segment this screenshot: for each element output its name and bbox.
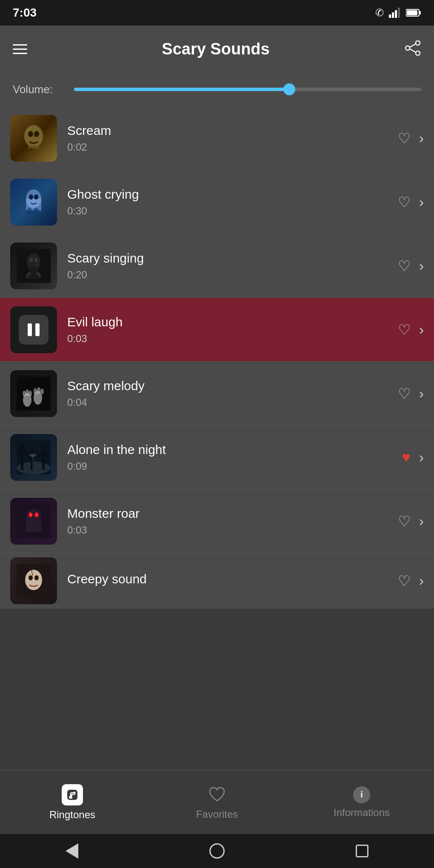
android-navigation [0, 834, 434, 868]
share-button[interactable] [404, 40, 421, 58]
volume-thumb [283, 83, 295, 95]
sound-duration-scream: 0:02 [67, 141, 388, 153]
sound-actions-evil: ♡ › [398, 321, 424, 338]
play-button-monster[interactable]: › [419, 513, 424, 529]
home-button[interactable] [209, 843, 225, 859]
menu-button[interactable] [13, 44, 27, 54]
svg-point-34 [37, 387, 40, 394]
sound-name-evil: Evil laugh [67, 315, 388, 329]
svg-point-30 [23, 391, 26, 397]
svg-point-21 [29, 194, 33, 200]
svg-point-13 [28, 131, 33, 137]
favorite-button-monster[interactable]: ♡ [398, 513, 411, 530]
play-button-scream[interactable]: › [419, 130, 424, 146]
svg-point-32 [29, 391, 32, 397]
informations-nav-label: Informations [334, 807, 390, 819]
sound-name-melody: Scary melody [67, 379, 388, 393]
play-button-night[interactable]: › [419, 449, 424, 465]
pause-bar-left [28, 323, 32, 336]
home-circle-icon [209, 843, 225, 859]
night-art [17, 440, 51, 474]
music-note-icon [66, 788, 79, 802]
pause-bar-right [35, 323, 40, 336]
sound-actions-monster: ♡ › [398, 513, 424, 530]
sound-item-creepy[interactable]: Creepy sound ♡ › [0, 553, 434, 608]
favorite-button-creepy[interactable]: ♡ [398, 572, 411, 589]
sound-info-night: Alone in the night 0:09 [67, 443, 391, 472]
play-button-melody[interactable]: › [419, 385, 424, 402]
sound-thumbnail-singing [10, 243, 57, 289]
favorite-button-night[interactable]: ♥ [402, 449, 410, 465]
missed-call-icon: ✆ [375, 7, 384, 19]
bottom-navigation: Ringtones Favorites i Informations [0, 770, 434, 834]
sound-actions-ghost: ♡ › [398, 194, 424, 211]
back-button[interactable] [66, 843, 78, 859]
nav-item-ringtones[interactable]: Ringtones [0, 777, 145, 828]
header: Scary Sounds [0, 26, 434, 72]
svg-line-10 [410, 44, 416, 47]
svg-point-26 [34, 258, 38, 262]
sound-name-night: Alone in the night [67, 443, 391, 457]
sound-item-melody[interactable]: Scary melody 0:04 ♡ › [0, 362, 434, 425]
creepy-art [17, 564, 51, 598]
sound-item-evil[interactable]: Evil laugh 0:03 ♡ › [0, 298, 434, 362]
svg-point-54 [25, 570, 42, 590]
favorite-button-evil[interactable]: ♡ [398, 321, 411, 338]
sound-duration-monster: 0:03 [67, 524, 388, 536]
sound-thumbnail-night [10, 434, 57, 481]
svg-point-31 [26, 389, 29, 396]
sound-duration-melody: 0:04 [67, 397, 388, 408]
svg-rect-6 [407, 10, 417, 15]
sound-actions-melody: ♡ › [398, 385, 424, 402]
favorite-button-scream[interactable]: ♡ [398, 130, 411, 147]
sound-info-creepy: Creepy sound [67, 572, 388, 590]
svg-line-11 [410, 49, 416, 52]
sound-item-night[interactable]: Alone in the night 0:09 ♥ › [0, 425, 434, 489]
favorite-button-singing[interactable]: ♡ [398, 257, 411, 274]
recents-square-icon [356, 845, 368, 857]
play-button-creepy[interactable]: › [419, 572, 424, 589]
svg-point-33 [34, 388, 37, 395]
sound-item-monster[interactable]: Monster roar 0:03 ♡ › [0, 489, 434, 553]
nav-item-favorites[interactable]: Favorites [145, 778, 289, 827]
status-bar: 7:03 ✆ [0, 0, 434, 26]
ghost-art [17, 185, 51, 219]
sound-item-ghost[interactable]: Ghost crying 0:30 ♡ › [0, 170, 434, 234]
nav-item-informations[interactable]: i Informations [289, 779, 434, 825]
status-icons: ✆ [375, 7, 421, 19]
volume-section: Volume: [0, 72, 434, 106]
sound-actions-creepy: ♡ › [398, 572, 424, 589]
sound-name-ghost: Ghost crying [67, 187, 388, 202]
melody-art [17, 377, 51, 411]
sound-duration-evil: 0:03 [67, 333, 388, 345]
svg-point-9 [416, 51, 420, 55]
favorite-button-ghost[interactable]: ♡ [398, 194, 411, 211]
svg-point-22 [34, 194, 38, 200]
info-nav-icon: i [353, 786, 370, 803]
sound-thumbnail-scream [10, 115, 57, 162]
pause-icon [19, 315, 49, 345]
svg-rect-44 [32, 455, 34, 470]
volume-slider[interactable] [74, 88, 421, 91]
svg-point-55 [29, 575, 33, 580]
sound-duration-singing: 0:20 [67, 269, 388, 281]
svg-rect-3 [398, 8, 400, 18]
back-arrow-icon [66, 843, 78, 859]
sound-thumbnail-ghost [10, 179, 57, 226]
sound-info-monster: Monster roar 0:03 [67, 506, 388, 536]
sound-actions-night: ♥ › [402, 449, 424, 465]
sound-thumbnail-evil [10, 306, 57, 353]
recents-button[interactable] [356, 845, 368, 857]
svg-rect-16 [32, 145, 35, 148]
svg-rect-5 [419, 11, 421, 14]
svg-point-25 [29, 258, 33, 262]
sound-thumbnail-creepy [10, 557, 57, 604]
play-button-evil[interactable]: › [419, 321, 424, 338]
sound-item-singing[interactable]: Scary singing 0:20 ♡ › [0, 234, 434, 298]
play-button-ghost[interactable]: › [419, 194, 424, 210]
svg-rect-48 [26, 517, 41, 532]
favorite-button-melody[interactable]: ♡ [398, 385, 411, 402]
ringtones-nav-label: Ringtones [49, 809, 95, 821]
play-button-singing[interactable]: › [419, 257, 424, 274]
sound-item-scream[interactable]: Scream 0:02 ♡ › [0, 106, 434, 170]
